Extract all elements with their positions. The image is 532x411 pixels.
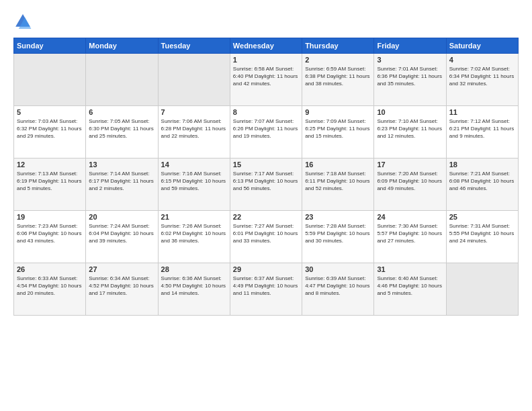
calendar-cell: 23Sunrise: 7:28 AM Sunset: 5:59 PM Dayli… <box>302 211 374 263</box>
day-info: Sunrise: 6:59 AM Sunset: 6:38 PM Dayligh… <box>305 65 371 88</box>
day-number: 29 <box>233 265 299 273</box>
day-info: Sunrise: 7:23 AM Sunset: 6:06 PM Dayligh… <box>17 222 83 245</box>
calendar-cell <box>446 263 518 316</box>
day-number: 17 <box>377 161 443 169</box>
calendar-cell: 18Sunrise: 7:21 AM Sunset: 6:08 PM Dayli… <box>446 158 518 211</box>
day-info: Sunrise: 7:31 AM Sunset: 5:55 PM Dayligh… <box>449 222 515 245</box>
day-number: 22 <box>233 213 299 221</box>
calendar-cell: 9Sunrise: 7:09 AM Sunset: 6:25 PM Daylig… <box>302 106 374 158</box>
weekday-header-wednesday: Wednesday <box>230 38 302 54</box>
calendar-cell: 20Sunrise: 7:24 AM Sunset: 6:04 PM Dayli… <box>86 211 158 263</box>
day-info: Sunrise: 7:17 AM Sunset: 6:13 PM Dayligh… <box>233 170 299 193</box>
day-info: Sunrise: 7:03 AM Sunset: 6:32 PM Dayligh… <box>17 118 83 140</box>
header-row: SundayMondayTuesdayWednesdayThursdayFrid… <box>14 38 519 54</box>
day-info: Sunrise: 6:37 AM Sunset: 4:49 PM Dayligh… <box>233 275 299 298</box>
day-number: 19 <box>17 213 83 221</box>
day-info: Sunrise: 7:30 AM Sunset: 5:57 PM Dayligh… <box>377 222 443 245</box>
day-info: Sunrise: 7:16 AM Sunset: 6:15 PM Dayligh… <box>161 170 227 193</box>
day-info: Sunrise: 7:06 AM Sunset: 6:28 PM Dayligh… <box>161 118 227 140</box>
calendar-week-5: 26Sunrise: 6:33 AM Sunset: 4:54 PM Dayli… <box>14 263 519 316</box>
day-number: 13 <box>89 161 154 169</box>
day-number: 4 <box>449 56 515 64</box>
calendar-cell: 29Sunrise: 6:37 AM Sunset: 4:49 PM Dayli… <box>230 263 302 316</box>
day-number: 8 <box>233 108 299 116</box>
day-number: 30 <box>305 265 371 273</box>
calendar-cell: 14Sunrise: 7:16 AM Sunset: 6:15 PM Dayli… <box>158 158 230 211</box>
day-info: Sunrise: 7:21 AM Sunset: 6:08 PM Dayligh… <box>449 170 515 193</box>
day-info: Sunrise: 6:58 AM Sunset: 6:40 PM Dayligh… <box>233 65 299 88</box>
day-number: 15 <box>233 161 299 169</box>
day-number: 12 <box>17 161 83 169</box>
day-info: Sunrise: 7:07 AM Sunset: 6:26 PM Dayligh… <box>233 118 299 140</box>
day-number: 25 <box>449 213 515 221</box>
day-number: 31 <box>377 265 443 273</box>
calendar-cell: 27Sunrise: 6:34 AM Sunset: 4:52 PM Dayli… <box>86 263 158 316</box>
day-number: 21 <box>161 213 227 221</box>
day-info: Sunrise: 7:01 AM Sunset: 6:36 PM Dayligh… <box>377 65 443 88</box>
calendar-week-1: 1Sunrise: 6:58 AM Sunset: 6:40 PM Daylig… <box>14 54 519 106</box>
day-number: 27 <box>89 265 154 273</box>
calendar-cell: 25Sunrise: 7:31 AM Sunset: 5:55 PM Dayli… <box>446 211 518 263</box>
calendar-cell: 24Sunrise: 7:30 AM Sunset: 5:57 PM Dayli… <box>374 211 446 263</box>
calendar-cell: 1Sunrise: 6:58 AM Sunset: 6:40 PM Daylig… <box>230 54 302 106</box>
day-info: Sunrise: 6:33 AM Sunset: 4:54 PM Dayligh… <box>17 275 83 298</box>
day-info: Sunrise: 7:14 AM Sunset: 6:17 PM Dayligh… <box>89 170 154 193</box>
calendar-cell <box>158 54 230 106</box>
day-info: Sunrise: 7:26 AM Sunset: 6:02 PM Dayligh… <box>161 222 227 245</box>
day-info: Sunrise: 7:28 AM Sunset: 5:59 PM Dayligh… <box>305 222 371 245</box>
calendar-cell: 5Sunrise: 7:03 AM Sunset: 6:32 PM Daylig… <box>14 106 86 158</box>
weekday-header-friday: Friday <box>374 38 446 54</box>
day-number: 6 <box>89 108 154 116</box>
day-number: 18 <box>449 161 515 169</box>
day-info: Sunrise: 6:40 AM Sunset: 4:46 PM Dayligh… <box>377 275 443 298</box>
day-info: Sunrise: 7:20 AM Sunset: 6:09 PM Dayligh… <box>377 170 443 193</box>
calendar-cell: 26Sunrise: 6:33 AM Sunset: 4:54 PM Dayli… <box>14 263 86 316</box>
day-info: Sunrise: 6:34 AM Sunset: 4:52 PM Dayligh… <box>89 275 154 298</box>
calendar-cell: 6Sunrise: 7:05 AM Sunset: 6:30 PM Daylig… <box>86 106 158 158</box>
calendar-cell: 10Sunrise: 7:10 AM Sunset: 6:23 PM Dayli… <box>374 106 446 158</box>
calendar-cell: 13Sunrise: 7:14 AM Sunset: 6:17 PM Dayli… <box>86 158 158 211</box>
calendar-cell: 21Sunrise: 7:26 AM Sunset: 6:02 PM Dayli… <box>158 211 230 263</box>
day-info: Sunrise: 7:05 AM Sunset: 6:30 PM Dayligh… <box>89 118 154 140</box>
day-number: 11 <box>449 108 515 116</box>
day-info: Sunrise: 7:27 AM Sunset: 6:01 PM Dayligh… <box>233 222 299 245</box>
calendar-cell: 19Sunrise: 7:23 AM Sunset: 6:06 PM Dayli… <box>14 211 86 263</box>
calendar-cell: 17Sunrise: 7:20 AM Sunset: 6:09 PM Dayli… <box>374 158 446 211</box>
day-info: Sunrise: 6:39 AM Sunset: 4:47 PM Dayligh… <box>305 275 371 298</box>
calendar-page: SundayMondayTuesdayWednesdayThursdayFrid… <box>0 0 532 411</box>
calendar-cell: 2Sunrise: 6:59 AM Sunset: 6:38 PM Daylig… <box>302 54 374 106</box>
logo <box>13 12 35 31</box>
day-number: 28 <box>161 265 227 273</box>
calendar-table: SundayMondayTuesdayWednesdayThursdayFrid… <box>13 38 519 316</box>
calendar-cell <box>86 54 158 106</box>
weekday-header-tuesday: Tuesday <box>158 38 230 54</box>
day-number: 9 <box>305 108 371 116</box>
day-number: 26 <box>17 265 83 273</box>
calendar-cell: 16Sunrise: 7:18 AM Sunset: 6:11 PM Dayli… <box>302 158 374 211</box>
calendar-week-3: 12Sunrise: 7:13 AM Sunset: 6:19 PM Dayli… <box>14 158 519 211</box>
calendar-cell: 31Sunrise: 6:40 AM Sunset: 4:46 PM Dayli… <box>374 263 446 316</box>
day-number: 24 <box>377 213 443 221</box>
calendar-cell: 7Sunrise: 7:06 AM Sunset: 6:28 PM Daylig… <box>158 106 230 158</box>
day-number: 2 <box>305 56 371 64</box>
day-info: Sunrise: 7:02 AM Sunset: 6:34 PM Dayligh… <box>449 65 515 88</box>
day-number: 3 <box>377 56 443 64</box>
header <box>13 12 519 31</box>
weekday-header-thursday: Thursday <box>302 38 374 54</box>
calendar-cell: 4Sunrise: 7:02 AM Sunset: 6:34 PM Daylig… <box>446 54 518 106</box>
calendar-cell: 8Sunrise: 7:07 AM Sunset: 6:26 PM Daylig… <box>230 106 302 158</box>
day-number: 23 <box>305 213 371 221</box>
day-info: Sunrise: 7:09 AM Sunset: 6:25 PM Dayligh… <box>305 118 371 140</box>
day-number: 5 <box>17 108 83 116</box>
day-number: 16 <box>305 161 371 169</box>
day-info: Sunrise: 7:10 AM Sunset: 6:23 PM Dayligh… <box>377 118 443 140</box>
weekday-header-sunday: Sunday <box>14 38 86 54</box>
calendar-cell: 15Sunrise: 7:17 AM Sunset: 6:13 PM Dayli… <box>230 158 302 211</box>
day-info: Sunrise: 7:18 AM Sunset: 6:11 PM Dayligh… <box>305 170 371 193</box>
calendar-cell <box>14 54 86 106</box>
calendar-week-4: 19Sunrise: 7:23 AM Sunset: 6:06 PM Dayli… <box>14 211 519 263</box>
day-number: 20 <box>89 213 154 221</box>
weekday-header-monday: Monday <box>86 38 158 54</box>
calendar-cell: 22Sunrise: 7:27 AM Sunset: 6:01 PM Dayli… <box>230 211 302 263</box>
calendar-cell: 3Sunrise: 7:01 AM Sunset: 6:36 PM Daylig… <box>374 54 446 106</box>
